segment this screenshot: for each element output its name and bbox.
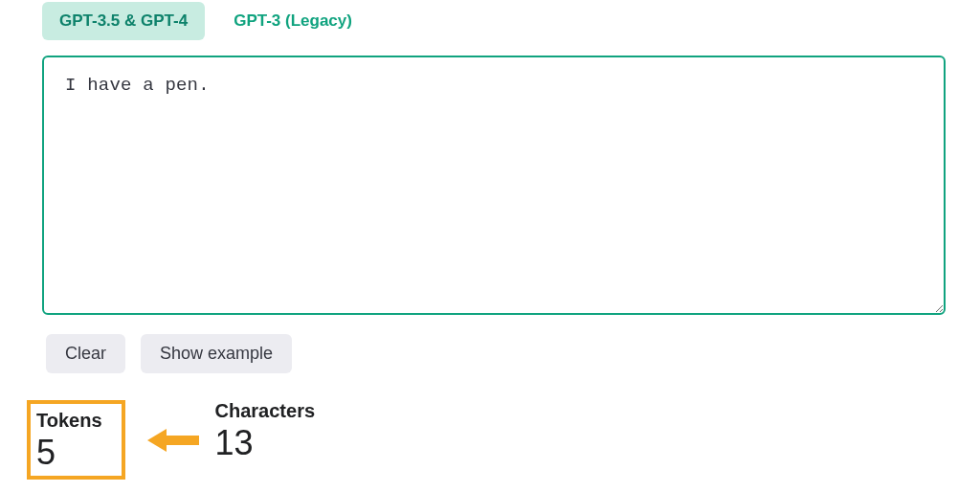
tokens-stat: Tokens 5	[36, 410, 102, 470]
textarea-container	[42, 56, 946, 319]
show-example-button[interactable]: Show example	[141, 334, 292, 373]
model-tabs: GPT-3.5 & GPT-4 GPT-3 (Legacy)	[42, 2, 946, 40]
tokens-label: Tokens	[36, 410, 102, 432]
tokenizer-input[interactable]	[42, 56, 946, 315]
tokens-highlight-box: Tokens 5	[27, 400, 125, 480]
characters-label: Characters	[215, 400, 316, 422]
arrow-annotation	[147, 427, 199, 454]
characters-stat: Characters 13	[215, 400, 316, 460]
clear-button[interactable]: Clear	[46, 334, 125, 373]
tab-gpt3-legacy[interactable]: GPT-3 (Legacy)	[216, 2, 369, 40]
tab-gpt35-gpt4[interactable]: GPT-3.5 & GPT-4	[42, 2, 205, 40]
stats-row: Tokens 5 Characters 13	[42, 400, 946, 480]
tokens-value: 5	[36, 436, 102, 470]
svg-marker-1	[147, 429, 167, 452]
svg-rect-0	[163, 436, 199, 445]
action-buttons: Clear Show example	[46, 334, 946, 373]
characters-value: 13	[215, 426, 316, 460]
